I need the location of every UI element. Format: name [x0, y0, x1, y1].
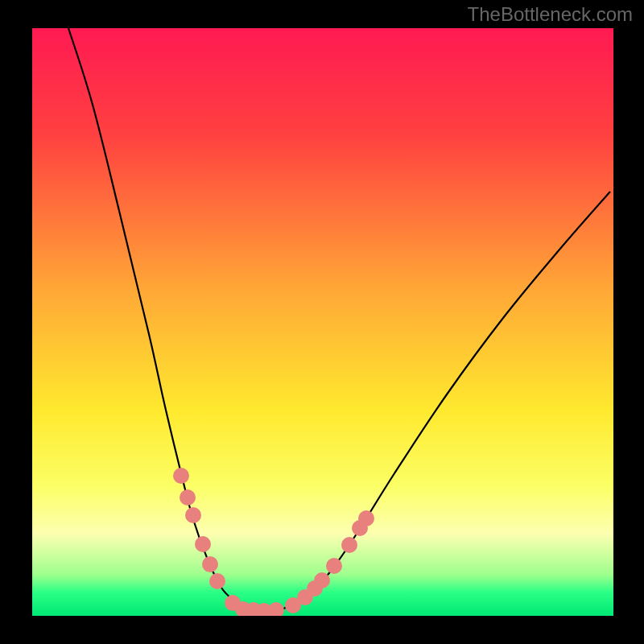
watermark-text: TheBottleneck.com: [468, 3, 633, 26]
bottleneck-chart: [0, 0, 644, 644]
data-point: [326, 558, 342, 574]
data-point: [314, 572, 330, 588]
data-point: [202, 556, 218, 572]
data-point: [268, 602, 284, 618]
data-point: [209, 573, 225, 589]
data-point: [195, 536, 211, 552]
data-point: [358, 510, 374, 526]
chart-container: TheBottleneck.com: [0, 0, 644, 644]
data-point: [180, 489, 196, 506]
plot-background: [32, 28, 613, 616]
data-point: [341, 537, 357, 553]
data-point: [173, 468, 189, 484]
data-point: [185, 507, 201, 523]
